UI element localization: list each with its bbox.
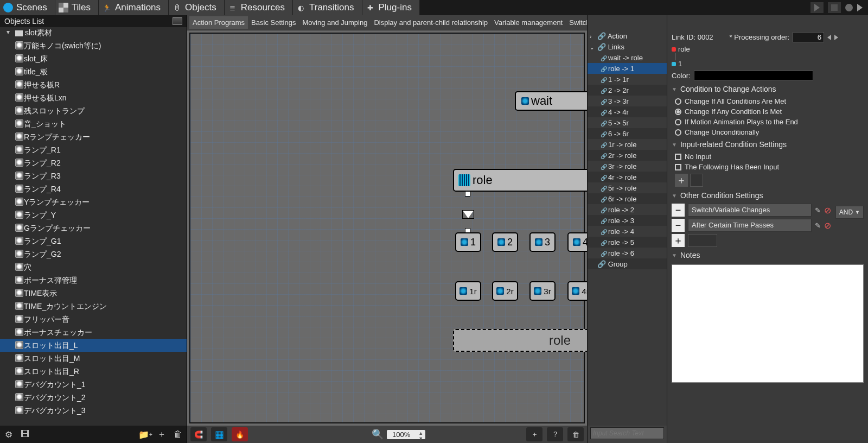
hier-action[interactable]: ›🔗 Action <box>588 30 667 41</box>
tree-item[interactable]: title_板 <box>0 65 187 78</box>
zoom-value[interactable]: 100%▲▼ <box>387 430 425 439</box>
section-other-conditions[interactable]: ▼Other Condition Settings <box>667 188 868 202</box>
tree-item[interactable]: 音_ショット <box>0 117 187 130</box>
tab-scenes[interactable]: Scenes <box>0 0 55 15</box>
globe-icon[interactable] <box>845 4 853 11</box>
section-condition-change[interactable]: ▼Condition to Change Actions <box>667 82 868 96</box>
condition-field[interactable]: After Certain Time Passes <box>688 219 812 232</box>
collapse-panel-button[interactable] <box>173 17 182 25</box>
tree-item[interactable]: デバグカウント_3 <box>0 404 187 417</box>
add-button[interactable]: ＋ <box>156 429 167 440</box>
hierarchy-link-item[interactable]: 🔗6r -> role <box>588 193 667 204</box>
tab-objects[interactable]: 🛢Objects <box>169 0 225 15</box>
edit-icon[interactable]: ✎ <box>815 221 821 230</box>
check-following-input[interactable]: The Following Has Been Input <box>667 162 868 172</box>
condition-field[interactable]: Switch/Variable Changes <box>688 204 812 217</box>
hierarchy-link-item[interactable]: 🔗role -> 4 <box>588 226 667 237</box>
node-4[interactable]: 4 <box>567 232 587 252</box>
color-swatch[interactable] <box>694 71 813 80</box>
section-input-conditions[interactable]: ▼Input-related Condition Settings <box>667 137 868 151</box>
radio-motion-end[interactable]: If Motion Animation Plays to the End <box>667 117 868 127</box>
radio-any-condition[interactable]: Change If Any Condition Is Met <box>667 106 868 117</box>
tree-item[interactable]: ランプ_G2 <box>0 248 187 261</box>
remove-condition-button[interactable]: − <box>672 204 685 217</box>
hierarchy-link-item[interactable]: 🔗5r -> role <box>588 182 667 193</box>
subtab[interactable]: Basic Settings <box>248 16 299 29</box>
input-condition-slot[interactable] <box>690 174 703 187</box>
objects-tree[interactable]: slot素材 万能キノコ(swich等に)slot_床title_板押せる板R押… <box>0 27 187 426</box>
hierarchy-link-item[interactable]: 🔗2 -> 2r <box>588 85 667 96</box>
step-up-icon[interactable] <box>834 35 838 40</box>
tree-item[interactable]: ボーナスチェッカー <box>0 326 187 339</box>
tree-item[interactable]: デバグカウント_2 <box>0 391 187 404</box>
section-notes[interactable]: ▼Notes <box>667 248 868 262</box>
node-role[interactable]: role <box>453 169 587 192</box>
tree-item[interactable]: TIME_カウントエンジン <box>0 300 187 313</box>
hierarchy-link-item[interactable]: 🔗1 -> 1r <box>588 74 667 85</box>
tree-item[interactable]: デバグカウント_1 <box>0 378 187 391</box>
tree-item[interactable]: ランプ_R3 <box>0 169 187 182</box>
hierarchy-link-item[interactable]: 🔗4r -> role <box>588 172 667 182</box>
selected-arrowhead[interactable] <box>463 211 474 218</box>
tree-item[interactable]: ランプ_G1 <box>0 235 187 248</box>
tab-transitions[interactable]: ◐Transitions <box>293 0 362 15</box>
play-button[interactable] <box>810 2 824 13</box>
tree-item[interactable]: Yランプチェッカー <box>0 195 187 208</box>
hierarchy-link-item[interactable]: 🔗3r -> role <box>588 161 667 172</box>
check-no-input[interactable]: No Input <box>667 151 868 162</box>
hierarchy-link-item[interactable]: 🔗4 -> 4r <box>588 106 667 117</box>
hierarchy-link-item[interactable]: 🔗role -> 2 <box>588 204 667 215</box>
hierarchy-link-item[interactable]: 🔗1r -> role <box>588 139 667 150</box>
notes-textarea[interactable] <box>672 264 864 383</box>
condition-combiner[interactable]: AND▼ <box>835 206 864 219</box>
hierarchy-link-item[interactable]: 🔗role -> 6 <box>588 248 667 258</box>
tab-plugins[interactable]: ✚Plug-ins <box>362 0 420 15</box>
snap-button[interactable]: 🧲 <box>190 427 207 441</box>
stop-button[interactable] <box>828 2 841 13</box>
tree-item[interactable]: ランプ_Y <box>0 208 187 221</box>
node-3r[interactable]: 3r <box>529 281 556 301</box>
node-2r[interactable]: 2r <box>492 281 518 301</box>
question-button[interactable]: ？ <box>547 427 563 441</box>
tree-item[interactable]: TIME表示 <box>0 287 187 300</box>
node-1[interactable]: 1 <box>455 232 481 252</box>
tree-item[interactable]: 穴 <box>0 261 187 274</box>
add-condition-button[interactable]: ＋ <box>672 234 685 247</box>
disabled-icon[interactable]: ⊘ <box>824 205 831 216</box>
radio-unconditional[interactable]: Change Unconditionally <box>667 127 868 137</box>
action-canvas[interactable]: wait role 1 2 3 4 5 6 1r 2r 3r 4r 5r 6r … <box>187 30 587 426</box>
tree-item[interactable]: フリッパー音 <box>0 313 187 326</box>
tree-item[interactable]: ランプ_R2 <box>0 156 187 169</box>
gear-icon[interactable]: ⚙ <box>3 429 14 440</box>
tree-folder[interactable]: slot素材 <box>0 27 187 39</box>
delete-node-button[interactable]: 🗑 <box>567 427 584 441</box>
subtab[interactable]: Moving and Jumping <box>299 16 371 29</box>
tree-item[interactable]: ランプ_R4 <box>0 182 187 195</box>
tree-item[interactable]: 押せる板R <box>0 78 187 91</box>
add-input-condition-button[interactable]: ＋ <box>675 174 688 187</box>
step-down-icon[interactable] <box>827 35 831 40</box>
tree-item[interactable]: スロット出目_L <box>0 339 187 352</box>
hierarchy-link-item[interactable]: 🔗role -> 1 <box>588 63 667 74</box>
remove-condition-button[interactable]: − <box>672 219 685 232</box>
hierarchy-link-item[interactable]: 🔗role -> 5 <box>588 237 667 248</box>
tree-item[interactable]: スロット出目_M <box>0 352 187 365</box>
tree-item[interactable]: ボーナス弾管理 <box>0 274 187 287</box>
new-folder-button[interactable]: 📁+ <box>140 429 151 440</box>
processing-order-field[interactable] <box>793 32 824 42</box>
play-small-icon[interactable] <box>857 4 863 11</box>
subtab[interactable]: Variable management <box>491 16 566 29</box>
node-4r[interactable]: 4r <box>567 281 587 301</box>
tree-item[interactable]: Gランプチェッカー <box>0 221 187 235</box>
hierarchy-link-item[interactable]: 🔗role -> 3 <box>588 215 667 226</box>
tree-item[interactable]: slot_床 <box>0 52 187 65</box>
hierarchy-link-item[interactable]: 🔗6 -> 6r <box>588 128 667 139</box>
subtab[interactable]: Display and parent-child relationship <box>371 16 491 29</box>
tab-animations[interactable]: 🏃Animations <box>99 0 169 15</box>
film-icon[interactable]: 🎞 <box>20 429 30 440</box>
tab-resources[interactable]: ≣Resources <box>225 0 293 15</box>
hierarchy-link-item[interactable]: 🔗5 -> 5r <box>588 117 667 128</box>
node-1r[interactable]: 1r <box>455 281 481 301</box>
tree-item[interactable]: 押せる板Lxn <box>0 91 187 104</box>
edit-icon[interactable]: ✎ <box>815 206 821 214</box>
